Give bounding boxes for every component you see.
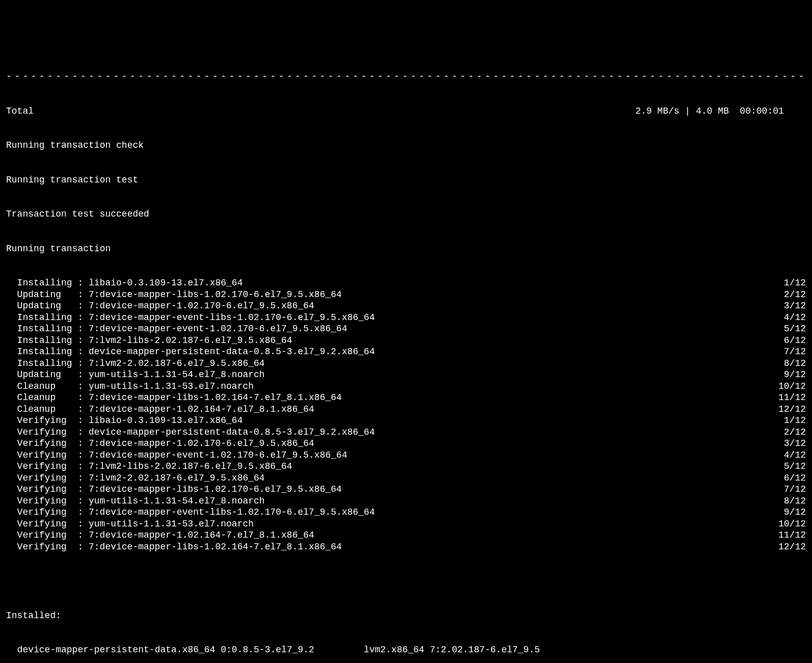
total-stats: 2.9 MB/s | 4.0 MB 00:00:01 [635, 105, 806, 117]
transaction-action-row: Verifying: 7:device-mapper-libs-1.02.170… [6, 484, 806, 495]
colon-separator: : [77, 495, 89, 507]
action-name: Installing [17, 312, 78, 324]
action-package: 7:lvm2-2.02.187-6.el7_9.5.x86_64 [89, 472, 265, 484]
transaction-action-row: Updating: yum-utils-1.1.31-54.el7_8.noar… [6, 369, 806, 381]
transaction-action-row: Installing: device-mapper-persistent-dat… [6, 346, 806, 358]
transaction-action-row: Installing: libaio-0.3.109-13.el7.x86_64… [6, 277, 806, 289]
colon-separator: : [77, 312, 89, 324]
action-counter: 5/12 [784, 461, 806, 472]
colon-separator: : [77, 518, 89, 530]
action-name: Verifying [17, 529, 78, 541]
terminal-output: ----------------------------------------… [6, 48, 806, 663]
action-counter: 4/12 [784, 312, 806, 324]
action-counter: 12/12 [778, 404, 806, 415]
transaction-action-row: Verifying: device-mapper-persistent-data… [6, 427, 806, 438]
colon-separator: : [77, 381, 89, 392]
action-name: Cleanup [17, 381, 78, 392]
action-counter: 9/12 [784, 369, 806, 381]
transaction-action-row: Verifying: 7:device-mapper-event-libs-1.… [6, 507, 806, 518]
status-line: Running transaction test [6, 174, 806, 186]
action-name: Installing [17, 346, 78, 358]
action-counter: 1/12 [784, 277, 806, 289]
transaction-action-row: Installing: 7:device-mapper-event-libs-1… [6, 312, 806, 324]
action-package: yum-utils-1.1.31-53.el7.noarch [89, 518, 254, 530]
action-name: Verifying [17, 415, 78, 427]
action-counter: 11/12 [778, 529, 806, 541]
transaction-action-row: Cleanup: 7:device-mapper-libs-1.02.164-7… [6, 392, 806, 404]
action-name: Verifying [17, 427, 78, 438]
transaction-action-row: Verifying: 7:lvm2-2.02.187-6.el7_9.5.x86… [6, 472, 806, 484]
transaction-action-row: Verifying: 7:device-mapper-1.02.164-7.el… [6, 529, 806, 541]
action-name: Verifying [17, 484, 78, 495]
action-name: Verifying [17, 518, 78, 530]
colon-separator: : [77, 438, 89, 449]
colon-separator: : [77, 277, 89, 289]
colon-separator: : [77, 346, 89, 358]
action-package: 7:device-mapper-event-1.02.170-6.el7_9.5… [89, 323, 347, 335]
transaction-action-row: Verifying: 7:device-mapper-libs-1.02.164… [6, 541, 806, 553]
action-name: Verifying [17, 507, 78, 518]
action-package: device-mapper-persistent-data-0.8.5-3.el… [89, 427, 375, 438]
colon-separator: : [77, 461, 89, 472]
action-counter: 3/12 [784, 438, 806, 449]
transaction-action-row: Verifying: yum-utils-1.1.31-54.el7_8.noa… [6, 495, 806, 507]
action-package: 7:device-mapper-1.02.170-6.el7_9.5.x86_6… [89, 300, 314, 312]
action-counter: 5/12 [784, 323, 806, 335]
action-name: Updating [17, 289, 78, 301]
action-name: Verifying [17, 449, 78, 461]
colon-separator: : [77, 369, 89, 381]
action-package: 7:device-mapper-1.02.164-7.el7_8.1.x86_6… [89, 529, 314, 541]
action-package: libaio-0.3.109-13.el7.x86_64 [89, 415, 242, 427]
colon-separator: : [77, 404, 89, 415]
transaction-action-row: Cleanup: 7:device-mapper-1.02.164-7.el7_… [6, 404, 806, 415]
action-name: Installing [17, 277, 78, 289]
action-package: 7:device-mapper-1.02.170-6.el7_9.5.x86_6… [89, 438, 314, 449]
transaction-action-row: Installing: 7:device-mapper-event-1.02.1… [6, 323, 806, 335]
colon-separator: : [77, 323, 89, 335]
status-line: Running transaction [6, 243, 806, 255]
action-package: 7:device-mapper-1.02.164-7.el7_8.1.x86_6… [89, 404, 314, 415]
colon-separator: : [77, 507, 89, 518]
action-package: 7:device-mapper-event-libs-1.02.170-6.el… [89, 312, 375, 324]
blank-line [6, 575, 806, 587]
action-name: Verifying [17, 461, 78, 472]
colon-separator: : [77, 392, 89, 404]
action-counter: 9/12 [784, 507, 806, 518]
status-line: Running transaction check [6, 140, 806, 151]
action-name: Installing [17, 335, 78, 347]
transaction-action-row: Verifying: 7:device-mapper-1.02.170-6.el… [6, 438, 806, 449]
colon-separator: : [77, 300, 89, 312]
action-counter: 2/12 [784, 427, 806, 438]
action-name: Updating [17, 300, 78, 312]
action-package: device-mapper-persistent-data-0.8.5-3.el… [89, 346, 375, 358]
actions-list: Installing: libaio-0.3.109-13.el7.x86_64… [6, 277, 806, 552]
action-counter: 10/12 [778, 381, 806, 392]
package-name: device-mapper-persistent-data.x86_64 0:0… [17, 644, 364, 656]
action-package: 7:device-mapper-event-1.02.170-6.el7_9.5… [89, 449, 347, 461]
action-counter: 6/12 [784, 472, 806, 484]
colon-separator: : [77, 335, 89, 347]
action-name: Cleanup [17, 404, 78, 415]
action-counter: 8/12 [784, 495, 806, 507]
colon-separator: : [77, 484, 89, 495]
action-package: 7:device-mapper-libs-1.02.170-6.el7_9.5.… [89, 289, 342, 301]
action-package: yum-utils-1.1.31-54.el7_8.noarch [89, 495, 265, 507]
action-name: Verifying [17, 472, 78, 484]
action-package: 7:device-mapper-event-libs-1.02.170-6.el… [89, 507, 375, 518]
action-package: yum-utils-1.1.31-53.el7.noarch [89, 381, 254, 392]
colon-separator: : [77, 289, 89, 301]
colon-separator: : [77, 449, 89, 461]
transaction-action-row: Installing: 7:lvm2-2.02.187-6.el7_9.5.x8… [6, 358, 806, 369]
colon-separator: : [77, 472, 89, 484]
action-counter: 12/12 [778, 541, 806, 553]
total-label: Total [6, 105, 34, 117]
action-package: 7:lvm2-2.02.187-6.el7_9.5.x86_64 [89, 358, 265, 369]
action-counter: 3/12 [784, 300, 806, 312]
action-name: Installing [17, 358, 78, 369]
transaction-action-row: Verifying: libaio-0.3.109-13.el7.x86_641… [6, 415, 806, 427]
status-line: Transaction test succeeded [6, 208, 806, 220]
action-counter: 7/12 [784, 484, 806, 495]
colon-separator: : [77, 529, 89, 541]
transaction-action-row: Verifying: 7:lvm2-libs-2.02.187-6.el7_9.… [6, 461, 806, 472]
installed-packages: device-mapper-persistent-data.x86_64 0:0… [6, 644, 806, 656]
